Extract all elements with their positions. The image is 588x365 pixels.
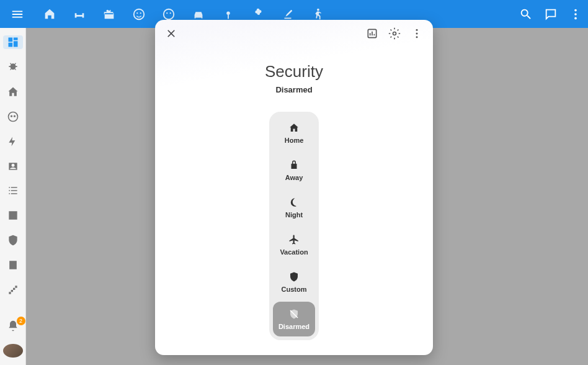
svg-point-12 xyxy=(8,112,17,121)
tab-home-plus[interactable] xyxy=(42,7,57,22)
header-actions xyxy=(519,7,583,22)
mode-label: Home xyxy=(285,137,304,144)
mode-vacation[interactable]: Vacation xyxy=(273,227,315,262)
svg-point-1 xyxy=(136,12,138,14)
left-sidebar: 2 xyxy=(0,28,26,365)
sidebar-notifications[interactable]: 2 xyxy=(3,319,23,333)
tab-sofa[interactable] xyxy=(72,7,87,22)
svg-point-0 xyxy=(134,9,145,19)
tab-paint[interactable] xyxy=(280,7,295,22)
mode-night[interactable]: Night xyxy=(273,190,315,225)
more-button[interactable] xyxy=(568,7,583,22)
shield-off-icon xyxy=(288,308,300,320)
sidebar-contact[interactable] xyxy=(3,160,23,173)
tab-gift[interactable] xyxy=(102,7,117,22)
mode-label: Custom xyxy=(282,286,307,293)
sidebar-calendar[interactable] xyxy=(3,258,23,272)
dialog-more-button[interactable] xyxy=(409,26,424,41)
svg-point-19 xyxy=(416,36,418,38)
shield-icon xyxy=(288,271,300,283)
mode-label: Away xyxy=(285,174,303,181)
svg-rect-7 xyxy=(228,14,229,18)
notification-badge: 2 xyxy=(17,317,25,325)
tab-run[interactable] xyxy=(310,7,325,22)
mode-away[interactable]: Away xyxy=(273,153,315,187)
moon-icon xyxy=(288,196,300,209)
svg-point-5 xyxy=(170,12,171,14)
mode-label: Vacation xyxy=(280,248,308,256)
dialog-header xyxy=(155,20,433,47)
history-button[interactable] xyxy=(365,26,380,41)
sidebar-energy[interactable] xyxy=(3,135,23,148)
svg-point-9 xyxy=(574,9,577,11)
mode-label: Night xyxy=(285,211,303,219)
sidebar-chart[interactable] xyxy=(3,209,23,222)
svg-point-11 xyxy=(574,17,577,19)
header-tabs xyxy=(42,7,325,22)
svg-point-6 xyxy=(226,11,230,15)
settings-button[interactable] xyxy=(387,26,402,41)
svg-point-8 xyxy=(317,8,319,11)
search-button[interactable] xyxy=(519,7,533,22)
mode-home[interactable]: Home xyxy=(273,115,315,150)
sidebar-dashboard[interactable] xyxy=(3,35,23,49)
tab-fan[interactable] xyxy=(221,7,236,22)
svg-point-13 xyxy=(11,115,12,117)
close-button[interactable] xyxy=(164,26,179,41)
sidebar-face[interactable] xyxy=(3,110,23,124)
tab-face[interactable] xyxy=(161,7,176,22)
svg-point-14 xyxy=(14,115,15,117)
sidebar-bug[interactable] xyxy=(3,60,23,74)
airplane-icon xyxy=(288,233,300,246)
sidebar-house[interactable] xyxy=(3,85,23,99)
mode-selector: Home Away Night Vacation Custom Disarmed xyxy=(269,112,319,340)
lock-icon xyxy=(288,159,300,171)
svg-point-17 xyxy=(416,29,418,31)
sidebar-stairs[interactable] xyxy=(3,283,23,297)
security-dialog: Security Disarmed Home Away Night Vacati… xyxy=(155,20,433,355)
mode-custom[interactable]: Custom xyxy=(273,264,315,299)
user-avatar[interactable] xyxy=(3,344,23,358)
tab-car[interactable] xyxy=(191,7,206,22)
svg-point-3 xyxy=(164,9,174,19)
sidebar-shield[interactable] xyxy=(3,233,23,247)
svg-point-18 xyxy=(416,33,418,35)
menu-button[interactable] xyxy=(5,2,30,27)
svg-point-2 xyxy=(140,12,141,14)
svg-point-16 xyxy=(393,32,396,35)
tab-emoji[interactable] xyxy=(131,7,146,22)
sidebar-list[interactable] xyxy=(3,184,23,198)
chat-button[interactable] xyxy=(543,7,558,22)
dialog-title-area: Security Disarmed xyxy=(155,47,433,99)
dialog-title: Security xyxy=(155,62,433,81)
home-icon xyxy=(288,122,300,134)
mode-label: Disarmed xyxy=(278,323,310,330)
mode-disarmed[interactable]: Disarmed xyxy=(273,302,315,336)
dialog-subtitle: Disarmed xyxy=(155,85,433,94)
tab-flower[interactable] xyxy=(251,7,265,22)
svg-point-10 xyxy=(574,13,577,16)
svg-point-4 xyxy=(166,12,167,14)
